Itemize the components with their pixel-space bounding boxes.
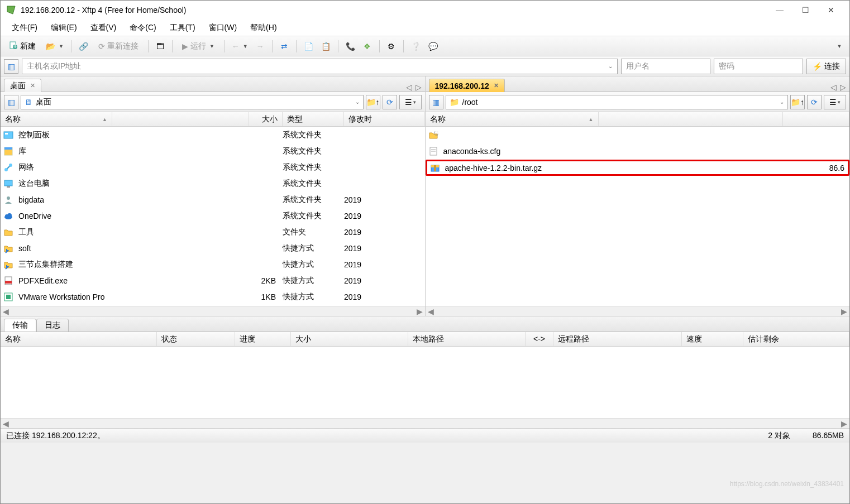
right-view-button[interactable]: ☰▾ — [824, 95, 846, 109]
col-progress[interactable]: 进度 — [235, 332, 291, 346]
file-row[interactable]: 库系统文件夹 — [1, 143, 425, 159]
file-row[interactable]: 控制面板系统文件夹 — [1, 127, 425, 143]
svg-rect-3 — [4, 132, 13, 138]
right-path-input[interactable]: 📁/root ⌄ — [446, 95, 789, 109]
copy-button[interactable]: 📄 — [301, 39, 316, 54]
file-type: 快捷方式 — [283, 243, 344, 253]
right-filelist[interactable]: anaconda-ks.cfgapache-hive-1.2.2-bin.tar… — [426, 127, 850, 306]
file-row[interactable]: VMware Workstation Pro1KB快捷方式2019 — [1, 289, 425, 305]
col-remote[interactable]: 远程路径 — [553, 332, 682, 346]
minimize-button[interactable]: — — [767, 2, 792, 18]
col-size[interactable]: 大小 — [291, 332, 408, 346]
right-refresh-button[interactable]: ⟳ — [807, 95, 822, 109]
chat-button[interactable]: 💬 — [426, 39, 441, 54]
password-input[interactable]: 密码 — [714, 59, 803, 74]
file-modified: 2019 — [344, 292, 378, 301]
file-row[interactable]: 工具文件夹2019 — [1, 224, 425, 240]
forward-button[interactable]: → — [253, 39, 268, 54]
col-eta[interactable]: 估计剩余 — [743, 332, 849, 346]
file-row[interactable] — [426, 127, 850, 143]
s2-button[interactable]: ❖ — [360, 39, 375, 54]
back-button[interactable]: ←▼ — [229, 39, 251, 54]
run-button[interactable]: ▶ 运行▼ — [177, 39, 219, 54]
col-modified[interactable]: 修改时 — [344, 112, 425, 126]
paste-button[interactable]: 📋 — [318, 39, 333, 54]
arrow-left-icon: ← — [232, 42, 240, 51]
left-up-button[interactable]: 📁↑ — [366, 95, 380, 109]
col-name[interactable]: 名称▲ — [426, 112, 599, 126]
menubar: 文件(F) 编辑(E) 查看(V) 命令(C) 工具(T) 窗口(W) 帮助(H… — [1, 20, 849, 36]
file-row[interactable]: 网络系统文件夹 — [1, 159, 425, 175]
menu-edit[interactable]: 编辑(E) — [46, 21, 82, 35]
new-button[interactable]: + 新建 — [4, 39, 41, 54]
s1-button[interactable]: 📞 — [343, 39, 358, 54]
link-button[interactable]: 🔗 — [76, 39, 91, 54]
file-row[interactable]: soft快捷方式2019 — [1, 240, 425, 256]
file-name: VMware Workstation Pro — [18, 292, 105, 301]
right-tab[interactable]: 192.168.200.12 ✕ — [429, 79, 505, 92]
tab-next-icon[interactable]: ▷ — [416, 83, 422, 92]
col-direction[interactable]: <-> — [526, 332, 553, 346]
properties-button[interactable]: 🗔 — [153, 39, 168, 54]
file-row[interactable]: 这台电脑系统文件夹 — [1, 175, 425, 191]
left-hscroll[interactable]: ◀▶ — [1, 306, 425, 316]
quick-panel-button[interactable]: ▥ — [4, 59, 18, 74]
transfer-list[interactable] — [1, 347, 849, 418]
menu-view[interactable]: 查看(V) — [86, 21, 121, 35]
col-speed[interactable]: 速度 — [682, 332, 743, 346]
folder-icon — [3, 227, 14, 238]
file-row[interactable]: anaconda-ks.cfg — [426, 143, 850, 159]
menu-command[interactable]: 命令(C) — [125, 21, 160, 35]
bottom-hscroll[interactable]: ◀▶ — [1, 418, 849, 428]
reconnect-button[interactable]: ⟳ 重新连接 — [93, 39, 144, 54]
col-name[interactable]: 名称 — [1, 332, 157, 346]
left-filelist[interactable]: 控制面板系统文件夹库系统文件夹网络系统文件夹这台电脑系统文件夹bigdata系统… — [1, 127, 425, 306]
left-refresh-button[interactable]: ⟳ — [383, 95, 397, 109]
file-row[interactable]: OneDrive系统文件夹2019 — [1, 208, 425, 224]
file-row[interactable]: PDFXEdit.exe2KB快捷方式2019 — [1, 272, 425, 289]
help-button[interactable]: ❔ — [408, 39, 423, 54]
close-button[interactable]: ✕ — [818, 2, 844, 18]
host-input[interactable]: 主机名或IP地址 ⌄ — [22, 59, 618, 74]
col-status[interactable]: 状态 — [157, 332, 235, 346]
file-row[interactable]: apache-hive-1.2.2-bin.tar.gz86.6 — [426, 160, 850, 176]
menu-window[interactable]: 窗口(W) — [204, 21, 242, 35]
col-size[interactable]: 大小 — [249, 112, 283, 126]
user-input[interactable]: 用户名 — [621, 59, 710, 74]
close-icon[interactable]: ✕ — [30, 82, 35, 89]
sync-button[interactable]: ⇄ — [277, 39, 292, 54]
desktop-icon: 🖥 — [25, 98, 32, 107]
tab-prev-icon[interactable]: ◁ — [830, 83, 837, 92]
tab-prev-icon[interactable]: ◁ — [406, 83, 412, 92]
col-type[interactable]: 类型 — [283, 112, 344, 126]
right-hscroll[interactable]: ◀▶ — [426, 306, 850, 316]
right-up-button[interactable]: 📁↑ — [790, 95, 805, 109]
close-icon[interactable]: ✕ — [494, 82, 499, 89]
file-name: PDFXEdit.exe — [18, 276, 68, 285]
net-icon — [3, 162, 14, 173]
menu-file[interactable]: 文件(F) — [7, 21, 42, 35]
left-path-input[interactable]: 🖥桌面 ⌄ — [21, 95, 364, 109]
file-row[interactable]: bigdata系统文件夹2019 — [1, 191, 425, 208]
connect-button[interactable]: ⚡ 连接 — [806, 59, 846, 74]
transfer-columns: 名称 状态 进度 大小 本地路径 <-> 远程路径 速度 估计剩余 — [1, 332, 849, 347]
left-tab[interactable]: 桌面 ✕ — [4, 79, 41, 92]
col-name[interactable]: 名称▲ — [1, 112, 112, 126]
file-row[interactable]: 三节点集群搭建快捷方式2019 — [1, 256, 425, 272]
settings-button[interactable]: ⚙ — [384, 39, 399, 54]
left-view-button[interactable]: ☰▾ — [399, 95, 422, 109]
tab-log[interactable]: 日志 — [36, 319, 69, 332]
col-local[interactable]: 本地路径 — [408, 332, 526, 346]
menu-tools[interactable]: 工具(T) — [165, 21, 200, 35]
toolbar-overflow[interactable]: ▼ — [832, 39, 846, 54]
menu-help[interactable]: 帮助(H) — [246, 21, 281, 35]
maximize-button[interactable]: ☐ — [792, 2, 818, 18]
left-tree-button[interactable]: ▥ — [4, 95, 18, 109]
right-tree-button[interactable]: ▥ — [429, 95, 443, 109]
tab-next-icon[interactable]: ▷ — [840, 83, 846, 92]
open-button[interactable]: 📂▼ — [43, 39, 66, 54]
gear-icon: ⚙ — [388, 42, 395, 51]
svg-rect-10 — [4, 180, 12, 186]
tab-transfer[interactable]: 传输 — [4, 319, 36, 332]
svg-rect-11 — [7, 186, 10, 188]
